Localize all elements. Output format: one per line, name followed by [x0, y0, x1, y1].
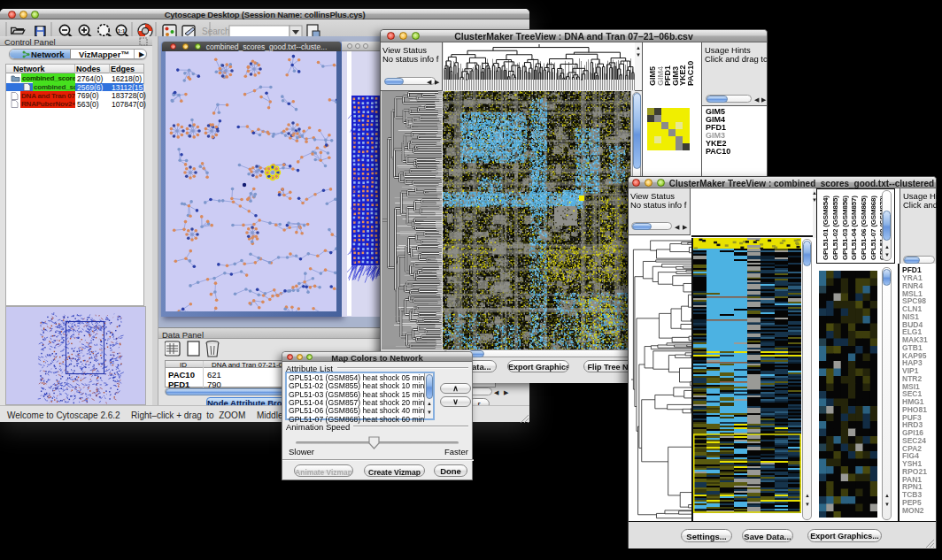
svg-text:1:1: 1:1 [118, 28, 126, 34]
svg-text:Search:: Search: [202, 27, 232, 36]
